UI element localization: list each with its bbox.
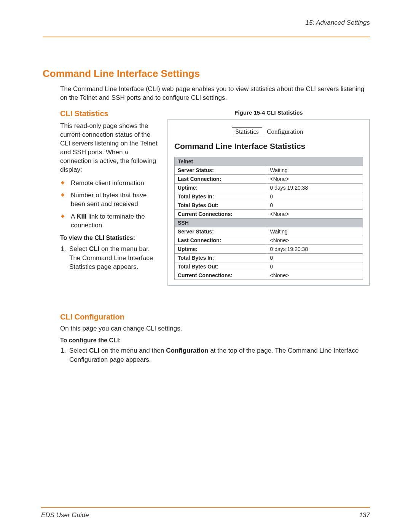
chapter-header: 15: Advanced Settings — [43, 19, 370, 28]
figure-caption: Figure 15-4 CLI Statistics — [167, 109, 370, 116]
panel-title: Command Line Interface Statistics — [174, 142, 363, 151]
cli-config-heading: CLI Configuration — [60, 313, 370, 321]
view-stats-steps: Select CLI on the menu bar. The Command … — [60, 244, 159, 272]
table-row: Server Status:Waiting — [175, 227, 363, 236]
table-row: Total Bytes In:0 — [175, 192, 363, 201]
row-value: 0 — [267, 253, 363, 262]
section-ssh: SSH — [175, 218, 363, 227]
table-row: Current Connections:<None> — [175, 271, 363, 280]
cli-stats-panel: Statistics Configuration Command Line In… — [167, 119, 370, 286]
row-label: Total Bytes Out: — [175, 201, 267, 209]
table-row: Current Connections:<None> — [175, 209, 363, 218]
row-value: <None> — [267, 174, 363, 183]
section-telnet: Telnet — [175, 157, 363, 166]
table-row: Total Bytes In:0 — [175, 253, 363, 262]
row-value: Waiting — [267, 227, 363, 236]
row-label: Uptime: — [175, 244, 267, 253]
bullet-bytes: Number of bytes that have been sent and … — [60, 191, 159, 209]
section-telnet-label: Telnet — [175, 157, 363, 166]
row-value: 0 — [267, 262, 363, 271]
cli-config-desc: On this page you can change CLI settings… — [60, 324, 370, 333]
row-label: Total Bytes Out: — [175, 262, 267, 271]
table-row: Total Bytes Out:0 — [175, 201, 363, 209]
row-value: <None> — [267, 236, 363, 244]
tab-configuration[interactable]: Configuration — [264, 128, 305, 136]
howto-view-stats: To view the CLI Statistics: — [60, 234, 159, 242]
row-value: 0 days 19:20:38 — [267, 183, 363, 192]
configure-steps: Select CLI on the menu and then Configur… — [60, 346, 370, 364]
bullet-kill-pre: A — [71, 213, 76, 220]
cfg-step1-d: Configuration — [166, 347, 208, 354]
panel-tabs: Statistics Configuration — [174, 127, 363, 136]
row-label: Current Connections: — [175, 271, 267, 280]
row-value: <None> — [267, 209, 363, 218]
stats-table: Telnet Server Status:Waiting Last Connec… — [174, 157, 363, 280]
footer-rule — [41, 507, 370, 508]
table-row: Total Bytes Out:0 — [175, 262, 363, 271]
configure-step-1: Select CLI on the menu and then Configur… — [68, 346, 370, 364]
row-label: Total Bytes In: — [175, 253, 267, 262]
row-label: Uptime: — [175, 183, 267, 192]
row-label: Current Connections: — [175, 209, 267, 218]
bullet-kill-bold: Kill — [76, 213, 86, 220]
header-rule — [43, 37, 370, 37]
intro-paragraph: The Command Line Interface (CLI) web pag… — [60, 85, 370, 102]
row-label: Server Status: — [175, 227, 267, 236]
howto-configure: To configure the CLI: — [60, 337, 370, 344]
section-ssh-label: SSH — [175, 218, 363, 227]
row-value: 0 — [267, 192, 363, 201]
bullet-kill-link: A Kill link to terminate the connection — [60, 212, 159, 230]
table-row: Uptime:0 days 19:20:38 — [175, 244, 363, 253]
row-value: <None> — [267, 271, 363, 280]
cli-stats-heading: CLI Statistics — [60, 109, 159, 119]
footer-page-number: 137 — [359, 511, 370, 519]
view-stats-step-1: Select CLI on the menu bar. The Command … — [68, 244, 159, 272]
cli-stats-desc: This read-only page shows the current co… — [60, 122, 159, 174]
table-row: Uptime:0 days 19:20:38 — [175, 183, 363, 192]
tab-statistics[interactable]: Statistics — [232, 127, 262, 136]
cfg-step1-b: CLI — [89, 347, 99, 354]
page-title: Command Line Interface Settings — [43, 68, 370, 80]
bullet-remote-client: Remote client information — [60, 179, 159, 188]
cfg-step1-c: on the menu and then — [99, 347, 166, 354]
footer-guide: EDS User Guide — [41, 511, 89, 519]
row-value: 0 days 19:20:38 — [267, 244, 363, 253]
row-label: Last Connection: — [175, 174, 267, 183]
row-label: Total Bytes In: — [175, 192, 267, 201]
row-label: Last Connection: — [175, 236, 267, 244]
row-value: Waiting — [267, 166, 363, 174]
table-row: Server Status:Waiting — [175, 166, 363, 174]
row-value: 0 — [267, 201, 363, 209]
step1-bold: CLI — [89, 245, 99, 252]
cli-stats-bullets: Remote client information Number of byte… — [60, 179, 159, 230]
row-label: Server Status: — [175, 166, 267, 174]
table-row: Last Connection:<None> — [175, 236, 363, 244]
table-row: Last Connection:<None> — [175, 174, 363, 183]
step1-pre: Select — [69, 245, 89, 252]
cfg-step1-a: Select — [69, 347, 89, 354]
